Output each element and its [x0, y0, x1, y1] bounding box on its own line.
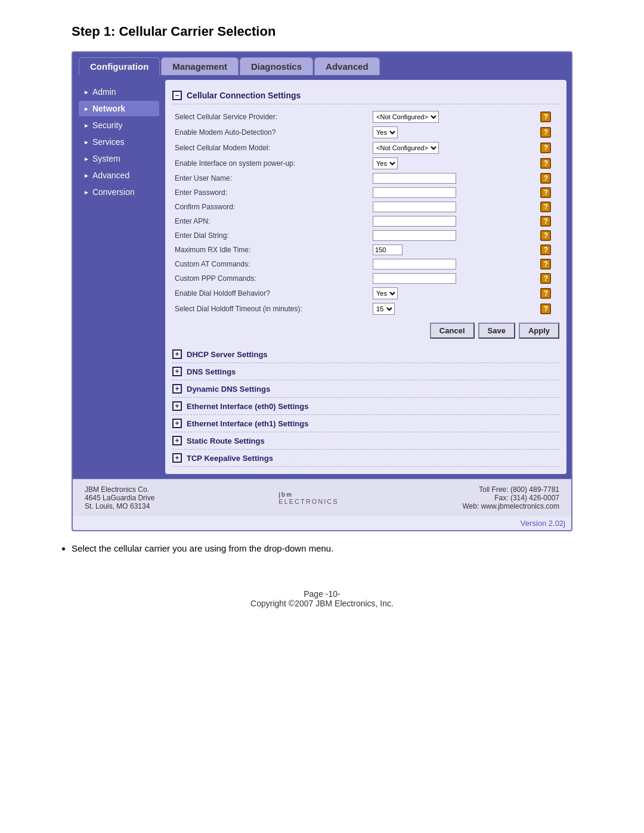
toll-free: Toll Free: (800) 489-7781 [463, 485, 560, 494]
company-name: JBM Electronics Co. [85, 485, 154, 494]
eth1-section-header[interactable]: + Ethernet Interface (eth1) Settings [172, 415, 559, 432]
logo-sub: ELECTRONICS [278, 498, 338, 505]
cellular-section-header[interactable]: − Cellular Connection Settings [172, 87, 559, 104]
tab-advanced[interactable]: Advanced [314, 57, 380, 75]
interface-powerup-select[interactable]: Yes No [373, 157, 398, 169]
service-provider-select[interactable]: <Not Configured> [373, 111, 439, 123]
sidebar-item-services[interactable]: ► Services [79, 134, 159, 150]
custom-ppp-input[interactable] [373, 273, 456, 284]
dial-string-input[interactable] [373, 230, 456, 241]
dns-section-header[interactable]: + DNS Settings [172, 363, 559, 380]
expand-icon: + [172, 349, 182, 359]
password-input[interactable] [373, 187, 456, 198]
page-footer: Page -10- Copyright ©2007 JBM Electronic… [250, 589, 394, 608]
field-label: Enable Modem Auto-Detection? [172, 125, 370, 140]
tab-management[interactable]: Management [161, 57, 239, 75]
cancel-button[interactable]: Cancel [430, 323, 475, 339]
expand-icon: + [172, 436, 182, 445]
help-cell: ? [532, 200, 559, 214]
rx-idle-time-input[interactable] [373, 244, 402, 255]
help-icon[interactable]: ? [540, 127, 551, 138]
sidebar-item-advanced-label: Advanced [92, 171, 129, 180]
sidebar-item-advanced[interactable]: ► Advanced [79, 168, 159, 183]
help-icon[interactable]: ? [540, 288, 551, 299]
sidebar-item-security[interactable]: ► Security [79, 117, 159, 133]
help-cell: ? [532, 156, 559, 171]
tcp-keepalive-section-header[interactable]: + TCP Keepalive Settings [172, 450, 559, 467]
field-input-cell [370, 257, 532, 271]
arrow-icon: ► [83, 139, 89, 145]
help-icon[interactable]: ? [540, 143, 551, 153]
cellular-form-table: Select Cellular Service Provider: <Not C… [172, 109, 559, 317]
field-input-cell [370, 185, 532, 200]
help-cell: ? [532, 301, 559, 317]
help-icon[interactable]: ? [540, 304, 551, 314]
apply-button[interactable]: Apply [519, 323, 559, 339]
sidebar-item-conversion[interactable]: ► Conversion [79, 184, 159, 200]
help-cell: ? [532, 243, 559, 257]
collapse-icon: − [172, 91, 182, 100]
dns-section-label: DNS Settings [187, 367, 236, 376]
table-row: Select Cellular Service Provider: <Not C… [172, 109, 559, 125]
expand-icon: + [172, 384, 182, 394]
sidebar-item-admin[interactable]: ► Admin [79, 84, 159, 100]
field-input-cell [370, 243, 532, 257]
company-info: JBM Electronics Co. 4645 LaGuardia Drive… [85, 485, 154, 510]
holdoff-timeout-select[interactable]: 15 30 60 [373, 303, 395, 315]
arrow-icon: ► [83, 122, 89, 129]
dial-holdoff-select[interactable]: Yes No [373, 287, 398, 299]
help-cell: ? [532, 271, 559, 286]
save-button[interactable]: Save [478, 323, 515, 339]
sidebar-item-system[interactable]: ► System [79, 151, 159, 166]
dynamic-dns-section-header[interactable]: + Dynamic DNS Settings [172, 380, 559, 398]
table-row: Confirm Password: ? [172, 200, 559, 214]
field-label: Enter User Name: [172, 171, 370, 185]
help-icon[interactable]: ? [540, 273, 551, 284]
help-icon[interactable]: ? [540, 202, 551, 212]
help-cell: ? [532, 286, 559, 301]
help-icon[interactable]: ? [540, 112, 551, 122]
confirm-password-input[interactable] [373, 202, 456, 212]
field-label: Select Cellular Modem Model: [172, 140, 370, 156]
sidebar-item-network[interactable]: ► Network [79, 101, 159, 116]
tab-bar: Configuration Management Diagnostics Adv… [73, 52, 571, 75]
contact-info: Toll Free: (800) 489-7781 Fax: (314) 426… [463, 485, 560, 510]
dhcp-section-label: DHCP Server Settings [187, 350, 268, 359]
table-row: Enter Password: ? [172, 185, 559, 200]
help-icon[interactable]: ? [540, 173, 551, 184]
tab-diagnostics[interactable]: Diagnostics [240, 57, 313, 75]
static-route-section-header[interactable]: + Static Route Settings [172, 432, 559, 450]
username-input[interactable] [373, 173, 456, 184]
apn-input[interactable] [373, 216, 456, 227]
dhcp-section-header[interactable]: + DHCP Server Settings [172, 346, 559, 363]
help-icon[interactable]: ? [540, 230, 551, 241]
expand-icon: + [172, 367, 182, 376]
tab-configuration[interactable]: Configuration [79, 57, 160, 75]
eth0-section-header[interactable]: + Ethernet Interface (eth0) Settings [172, 398, 559, 415]
table-row: Enable Dial Holdoff Behavior? Yes No ? [172, 286, 559, 301]
help-cell: ? [532, 140, 559, 156]
field-input-cell: Yes No [370, 125, 532, 140]
help-icon[interactable]: ? [540, 244, 551, 255]
table-row: Enter APN: ? [172, 214, 559, 228]
field-label: Select Cellular Service Provider: [172, 109, 370, 125]
main-area: ► Admin ► Network ► Security ► Services … [73, 75, 571, 479]
table-row: Maximum RX Idle Time: ? [172, 243, 559, 257]
help-icon[interactable]: ? [540, 216, 551, 227]
help-icon[interactable]: ? [540, 187, 551, 198]
company-address1: 4645 LaGuardia Drive [85, 494, 154, 502]
help-icon[interactable]: ? [540, 259, 551, 270]
modem-model-select[interactable]: <Not Configured> [373, 142, 439, 154]
table-row: Enter User Name: ? [172, 171, 559, 185]
expand-icon: + [172, 419, 182, 428]
table-row: Custom PPP Commands: ? [172, 271, 559, 286]
help-cell: ? [532, 125, 559, 140]
company-logo: jbm ELECTRONICS [278, 491, 338, 505]
help-cell: ? [532, 214, 559, 228]
router-ui: Configuration Management Diagnostics Adv… [72, 51, 572, 531]
help-icon[interactable]: ? [540, 158, 551, 169]
field-input-cell: <Not Configured> [370, 109, 532, 125]
custom-at-input[interactable] [373, 259, 456, 270]
arrow-icon: ► [83, 156, 89, 162]
modem-auto-detect-select[interactable]: Yes No [373, 126, 398, 138]
